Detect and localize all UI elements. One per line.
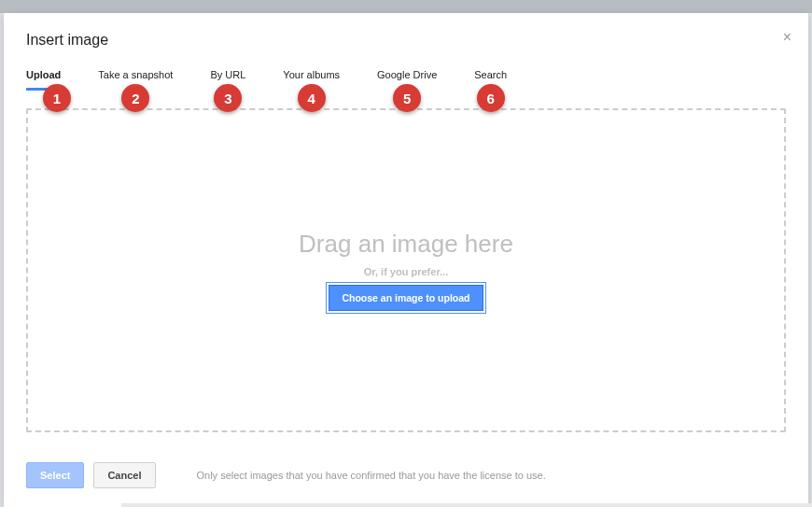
bottom-edge <box>121 503 812 507</box>
tab-your-albums[interactable]: Your albums 4 <box>283 63 340 91</box>
tab-by-url[interactable]: By URL 3 <box>210 63 245 91</box>
annotation-badge-6: 6 <box>477 84 505 112</box>
annotation-badge-4: 4 <box>298 84 326 112</box>
annotation-badge-2: 2 <box>121 84 149 112</box>
tab-google-drive[interactable]: Google Drive 5 <box>377 63 437 91</box>
annotation-badge-5: 5 <box>393 84 421 112</box>
tab-label: Take a snapshot <box>98 69 173 80</box>
annotation-badge-3: 3 <box>214 84 242 112</box>
dropzone-sub-text: Or, if you prefer... <box>364 266 448 277</box>
tab-label: By URL <box>210 69 245 80</box>
tabs: Upload 1 Take a snapshot 2 By URL 3 Your… <box>4 63 808 92</box>
content-area: Drag an image here Or, if you prefer... … <box>4 92 808 449</box>
tab-search[interactable]: Search 6 <box>474 63 507 91</box>
backdrop <box>0 0 812 13</box>
cancel-button[interactable]: Cancel <box>93 462 155 488</box>
dropzone-main-text: Drag an image here <box>299 230 513 259</box>
upload-dropzone[interactable]: Drag an image here Or, if you prefer... … <box>26 108 786 432</box>
tab-take-snapshot[interactable]: Take a snapshot 2 <box>98 63 173 91</box>
modal-footer: Select Cancel Only select images that yo… <box>4 449 808 507</box>
modal-header: Insert image × <box>4 13 808 63</box>
tab-label: Your albums <box>283 69 340 80</box>
tab-label: Google Drive <box>377 69 437 80</box>
annotation-badge-1: 1 <box>43 84 71 112</box>
choose-image-button[interactable]: Choose an image to upload <box>329 285 483 311</box>
tab-label: Search <box>474 69 507 80</box>
modal-title: Insert image <box>26 32 786 49</box>
close-icon[interactable]: × <box>783 30 791 45</box>
footer-hint: Only select images that you have confirm… <box>197 470 546 481</box>
select-button[interactable]: Select <box>26 462 84 488</box>
tab-label: Upload <box>26 69 61 80</box>
insert-image-modal: Insert image × Upload 1 Take a snapshot … <box>4 13 808 507</box>
tab-upload[interactable]: Upload 1 <box>26 63 61 91</box>
